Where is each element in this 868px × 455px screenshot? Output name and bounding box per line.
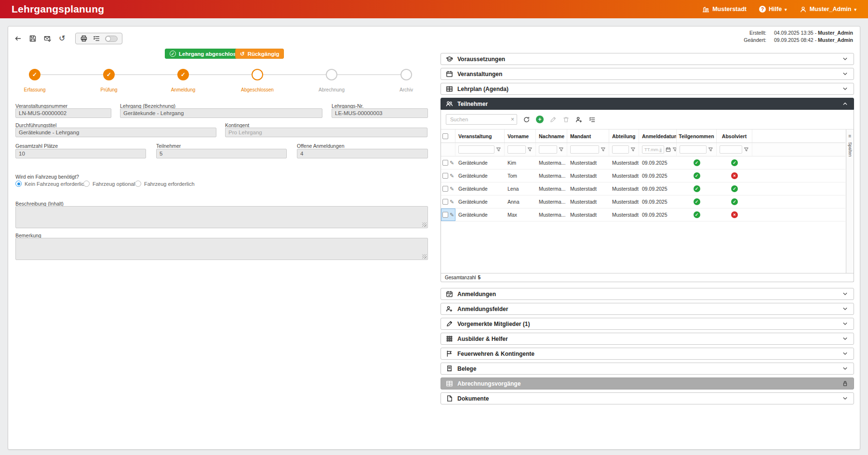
table-filter-row (441, 143, 845, 156)
step-pruefung (103, 69, 115, 80)
col-nachname[interactable]: Nachname (536, 130, 567, 143)
row-checkbox[interactable] (442, 160, 448, 166)
calendar-icon[interactable] (666, 147, 671, 152)
filter-icon[interactable] (559, 147, 564, 152)
accordion-belege[interactable]: Belege (441, 363, 854, 375)
table-row[interactable]: Gerätekunde Lena Musterma... Musterstadt… (441, 182, 845, 195)
accordion-anmeldungsfelder[interactable]: Anmeldungsfelder (441, 303, 854, 315)
filter-icon[interactable] (527, 147, 533, 152)
edit-row-icon[interactable] (450, 173, 454, 179)
print-button[interactable] (80, 35, 88, 42)
accordion-teilnehmer[interactable]: Teilnehmer (441, 98, 854, 110)
search-input[interactable] (446, 114, 517, 125)
toolbar-toggle-switch[interactable] (105, 36, 118, 42)
bemerkung-textarea[interactable] (15, 238, 428, 260)
filter-veranstaltung-input[interactable] (458, 145, 494, 154)
accordion-anmeldungen[interactable]: Anmeldungen (441, 288, 854, 300)
add-participant-button[interactable] (536, 116, 544, 123)
back-button[interactable] (14, 35, 22, 42)
select-all-checkbox[interactable] (442, 133, 448, 139)
mail-check-button[interactable] (44, 35, 52, 42)
beschreibung-textarea[interactable] (15, 206, 428, 228)
nav-item-user[interactable]: Muster_Admin (800, 6, 856, 13)
col-veranstaltung[interactable]: Veranstaltung (455, 130, 505, 143)
accordion-voraussetzungen[interactable]: Voraussetzungen (441, 53, 854, 65)
filter-icon[interactable] (630, 147, 636, 152)
teilgenommen-status-icon: ✓ (694, 198, 700, 205)
history-button[interactable] (59, 34, 65, 43)
col-teilgenommen[interactable]: Teilgenommen (677, 130, 717, 143)
edit-row-icon[interactable] (450, 160, 454, 166)
table-row-selected[interactable]: Gerätekunde Max Musterma... Musterstadt … (441, 208, 845, 221)
flag-icon (446, 350, 453, 357)
person-add-icon[interactable] (575, 116, 583, 123)
filter-icon[interactable] (744, 147, 749, 152)
row-checkbox[interactable] (442, 199, 448, 205)
save-button[interactable] (29, 35, 37, 42)
row-checkbox[interactable] (442, 186, 448, 192)
table-row[interactable]: Gerätekunde Tom Musterma... Musterstadt … (441, 169, 845, 182)
filter-nachname-input[interactable] (539, 145, 557, 154)
edit-row-icon[interactable] (450, 212, 454, 218)
teilgenommen-status-icon: ✓ (694, 185, 700, 192)
table-row[interactable]: Gerätekunde Anna Musterma... Musterstadt… (441, 195, 845, 208)
table-row[interactable]: Gerätekunde Kim Musterma... Musterstadt … (441, 156, 845, 169)
nav-item-city[interactable]: Musterstadt (702, 6, 747, 13)
undo-button[interactable]: Rückgängig (235, 49, 284, 59)
lehrgang-bezeichnung-field[interactable] (120, 108, 322, 118)
cell-vorname: Max (505, 208, 536, 221)
filter-icon[interactable] (672, 147, 677, 152)
chevron-down-icon (841, 55, 849, 63)
col-abteilung[interactable]: Abteilung (609, 130, 639, 143)
filter-teilgenommen-input[interactable] (680, 145, 707, 154)
filter-absolviert-input[interactable] (720, 145, 742, 154)
radio-no-vehicle[interactable]: Kein Fahrzeug erforderlich (15, 181, 87, 187)
edit-icon[interactable] (549, 116, 557, 123)
teilnehmer-count-field[interactable] (156, 149, 287, 158)
veranstaltungsnummer-field[interactable] (15, 108, 111, 118)
radio-vehicle-required[interactable]: Fahrzeug erforderlich (135, 181, 195, 187)
main-card: Erstellt: 04.09.2025 13:35 - Muster_Admi… (8, 26, 860, 450)
accordion-ausbilder-helfer[interactable]: Ausbilder & Helfer (441, 333, 854, 345)
filter-vorname-input[interactable] (507, 145, 526, 154)
cell-veranstaltung: Gerätekunde (455, 156, 505, 169)
columns-sidebar-tab[interactable]: Spalten (846, 130, 854, 273)
lehrgangs-nr-field[interactable] (332, 108, 428, 118)
col-mandant[interactable]: Mandant (567, 130, 609, 143)
step-label: Prüfung (75, 87, 143, 92)
col-vorname[interactable]: Vorname (505, 130, 536, 143)
accordion-vorgemerkte-mitglieder[interactable]: Vorgemerkte Mitglieder (1) (441, 318, 854, 330)
filter-icon[interactable] (496, 147, 501, 152)
row-checkbox[interactable] (442, 212, 448, 218)
col-absolviert[interactable]: Absolviert (717, 130, 752, 143)
delete-icon[interactable] (562, 116, 570, 123)
edit-row-icon[interactable] (450, 199, 454, 205)
list-check-icon[interactable] (588, 116, 596, 123)
nav-item-help[interactable]: Hilfe (759, 6, 787, 13)
cell-anmeldedatum: 09.09.2025 (639, 169, 677, 182)
accordion-veranstaltungen[interactable]: Veranstaltungen (441, 68, 854, 80)
total-count: 5 (478, 275, 481, 280)
checklist-button[interactable] (93, 35, 100, 42)
clear-search-icon[interactable] (511, 116, 514, 123)
accordion-feuerwehren-kontingente[interactable]: Feuerwehren & Kontingente (441, 348, 854, 360)
durchfuehrungstitel-field[interactable] (15, 128, 216, 137)
radio-vehicle-optional[interactable]: Fahrzeug optional (83, 181, 135, 187)
nav-city-label: Musterstadt (712, 6, 747, 13)
gesamtzahl-plaetze-field[interactable] (15, 149, 146, 158)
filter-anmeldedatum-input[interactable] (642, 145, 664, 154)
offene-anmeldungen-field[interactable] (297, 149, 428, 158)
filter-icon[interactable] (601, 147, 606, 152)
refresh-icon[interactable] (523, 116, 530, 123)
calendar-check-icon (446, 290, 453, 298)
filter-mandant-input[interactable] (570, 145, 599, 154)
accordion-lehrplan[interactable]: Lehrplan (Agenda) (441, 83, 854, 95)
course-form-pane: Lehrgang abgeschlossen Rückgängig Erfass… (8, 46, 441, 449)
filter-icon[interactable] (708, 147, 713, 152)
col-anmeldedatum[interactable]: Anmeldedatum (639, 130, 677, 143)
filter-abteilung-input[interactable] (612, 145, 629, 154)
row-checkbox[interactable] (442, 173, 448, 179)
edit-row-icon[interactable] (450, 186, 454, 192)
accordion-dokumente[interactable]: Dokumente (441, 392, 854, 404)
kontingent-field[interactable] (225, 128, 427, 137)
